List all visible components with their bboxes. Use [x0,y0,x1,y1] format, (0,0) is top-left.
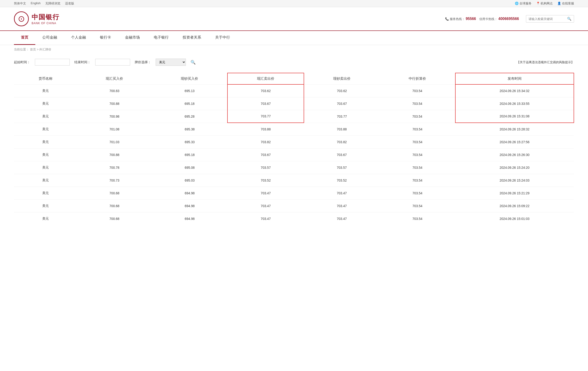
table-cell-currency: 美元 [14,212,77,225]
search-input[interactable] [528,17,566,21]
table-cell-spot_buy: 700.78 [77,161,152,174]
lang-cn-link[interactable]: 简体中文 [14,1,26,6]
table-cell-cash_sell: 703.47 [304,199,380,212]
table-cell-cash_sell: 703.62 [304,84,380,97]
table-cell-currency: 美元 [14,148,77,161]
table-row: 美元700.68694.98703.47703.47703.542024.09.… [14,212,574,225]
nav-bank-card[interactable]: 银行卡 [93,31,118,45]
start-time-label: 起始时间： [14,60,30,64]
table-cell-spot_buy: 701.08 [77,123,152,136]
table-cell-cash_buy: 695.33 [152,136,228,148]
table-cell-publish_time: 2024.09.26 15:27:56 [455,136,574,148]
table-cell-cash_sell: 703.57 [304,161,380,174]
table-row: 美元701.08695.38703.88703.88703.542024.09.… [14,123,574,136]
table-cell-publish_time: 2024.09.26 15:26:30 [455,148,574,161]
nav-personal-finance[interactable]: 个人金融 [64,31,93,45]
risk-notice: 【关于远离违法违规外汇交易的风险提示】 [517,60,574,64]
table-row: 美元700.68694.98703.47703.47703.542024.09.… [14,199,574,212]
table-cell-cash_sell: 703.47 [304,212,380,225]
table-cell-spot_sell: 703.67 [227,97,304,110]
table-row: 美元700.73695.03703.52703.52703.542024.09.… [14,174,574,187]
table-cell-cash_sell: 703.82 [304,136,380,148]
table-cell-cash_sell: 703.88 [304,123,380,136]
breadcrumb-home[interactable]: 首页 [30,48,36,51]
online-customer-link[interactable]: 👤 在线客服 [557,1,574,6]
lang-en-link[interactable]: English [31,1,41,6]
start-time-input[interactable] [35,59,70,65]
table-cell-cash_buy: 695.38 [152,123,228,136]
table-cell-mid_price: 703.54 [380,97,455,110]
table-cell-cash_sell: 703.77 [304,110,380,123]
table-cell-spot_sell: 703.52 [227,174,304,187]
table-row: 美元700.88695.18703.67703.67703.542024.09.… [14,97,574,110]
breadcrumb-prefix: 当前位置： [14,48,29,51]
logo-area: 中国银行 BANK OF CHINA [14,11,60,26]
table-cell-mid_price: 703.54 [380,136,455,148]
table-cell-cash_sell: 703.67 [304,148,380,161]
table-cell-cash_buy: 695.18 [152,148,228,161]
table-row: 美元700.68694.98703.47703.47703.542024.09.… [14,187,574,199]
table-cell-cash_sell: 703.67 [304,97,380,110]
nav-corporate-finance[interactable]: 公司金融 [35,31,64,45]
nav-e-banking[interactable]: 电子银行 [147,31,176,45]
nav-home[interactable]: 首页 [14,31,35,45]
search-icon[interactable]: 🔍 [567,17,571,21]
col-header-cash-sell: 现钞卖出价 [304,73,380,84]
table-cell-cash_sell: 703.47 [304,187,380,199]
table-cell-mid_price: 703.54 [380,174,455,187]
filter-row: 起始时间： 结束时间： 牌价选择： 美元 欧元 英镑 日元 港币 🔍 【关于远离… [14,59,574,66]
top-bar-language-links: 简体中文 English 无障碍浏览 适老版 [14,1,74,6]
col-header-mid-price: 中行折算价 [380,73,455,84]
search-box: 🔍 [526,15,574,22]
page-header: 中国银行 BANK OF CHINA 📞 服务热线： 95566 信用卡热线： … [0,7,588,31]
end-time-input[interactable] [95,59,130,65]
table-header-row: 货币名称 现汇买入价 现钞买入价 现汇卖出价 现钞卖出价 中行折算价 发布时间 [14,73,574,84]
table-cell-publish_time: 2024.09.26 15:33:55 [455,97,574,110]
bank-name-cn: 中国银行 [32,13,60,22]
table-cell-mid_price: 703.54 [380,161,455,174]
currency-select[interactable]: 美元 欧元 英镑 日元 港币 [156,59,186,66]
table-row: 美元701.03695.33703.82703.82703.542024.09.… [14,136,574,148]
table-cell-cash_buy: 694.98 [152,212,228,225]
breadcrumb: 当前位置： 首页 > 外汇牌价 [0,45,588,54]
table-cell-mid_price: 703.54 [380,212,455,225]
table-cell-cash_buy: 695.28 [152,110,228,123]
table-cell-publish_time: 2024.09.26 15:09:22 [455,199,574,212]
global-service-link[interactable]: 🌐 全球服务 [515,1,532,6]
old-version-link[interactable]: 适老版 [65,1,74,6]
table-cell-cash_buy: 694.98 [152,187,228,199]
table-row: 美元700.88695.18703.67703.67703.542024.09.… [14,148,574,161]
breadcrumb-sep: > [37,48,39,51]
table-row: 美元700.78695.08703.57703.57703.542024.09.… [14,161,574,174]
branch-network-link[interactable]: 📍 机构网点 [536,1,553,6]
table-cell-currency: 美元 [14,84,77,97]
hotline-number: 95566 [466,17,476,21]
nav-financial-market[interactable]: 金融市场 [118,31,147,45]
table-cell-currency: 美元 [14,187,77,199]
table-cell-cash_buy: 695.13 [152,84,228,97]
table-cell-currency: 美元 [14,136,77,148]
col-header-spot-sell: 现汇卖出价 [227,73,304,84]
nav-investor-relations[interactable]: 投资者关系 [176,31,208,45]
bank-logo-icon [14,11,29,26]
table-cell-spot_sell: 703.82 [227,136,304,148]
table-cell-cash_buy: 694.98 [152,199,228,212]
globe-icon: 🌐 [515,2,519,5]
table-cell-publish_time: 2024.09.26 15:34:32 [455,84,574,97]
filter-search-button[interactable]: 🔍 [190,60,196,65]
table-cell-mid_price: 703.54 [380,123,455,136]
table-cell-spot_sell: 703.77 [227,110,304,123]
table-cell-spot_buy: 700.68 [77,187,152,199]
nav-about[interactable]: 关于中行 [208,31,237,45]
top-bar-service-links: 🌐 全球服务 📍 机构网点 👤 在线客服 [515,1,574,6]
service-hotline: 📞 服务热线： 95566 信用卡热线： 4006695566 [445,17,519,21]
accessible-link[interactable]: 无障碍浏览 [45,1,60,6]
table-cell-spot_buy: 700.68 [77,199,152,212]
table-cell-spot_buy: 700.83 [77,84,152,97]
table-cell-spot_buy: 700.73 [77,174,152,187]
main-nav: 首页 公司金融 个人金融 银行卡 金融市场 电子银行 投资者关系 关于中行 [0,31,588,45]
table-cell-spot_buy: 700.98 [77,110,152,123]
table-cell-spot_sell: 703.47 [227,199,304,212]
table-cell-spot_sell: 703.88 [227,123,304,136]
table-cell-mid_price: 703.54 [380,199,455,212]
